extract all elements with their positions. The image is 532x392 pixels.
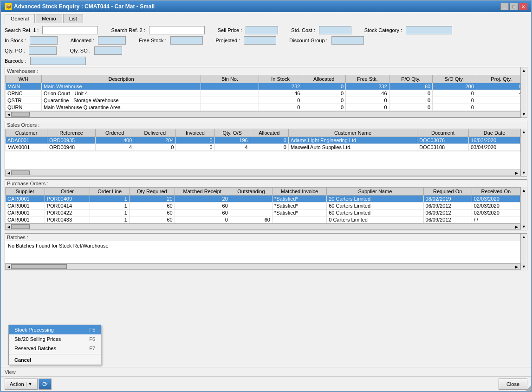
sell-price-input[interactable]: 12.00 bbox=[246, 26, 278, 34]
sell-price-label: Sell Price : bbox=[218, 27, 242, 33]
so-hscroll-right[interactable]: ► bbox=[514, 170, 519, 176]
warehouses-vscroll[interactable]: ▲ ▼ bbox=[520, 67, 527, 118]
title-bar-left: 📦 Advanced Stock Enquiry : CMAT044 - Car… bbox=[5, 3, 155, 10]
batches-hscroll-right[interactable]: ► bbox=[514, 264, 519, 269]
window-close-button[interactable]: ✕ bbox=[519, 3, 527, 10]
so-hscroll-left[interactable]: ◄ bbox=[6, 170, 11, 176]
desc-col-header: Description bbox=[41, 75, 201, 83]
maximize-button[interactable]: □ bbox=[510, 3, 518, 10]
table-row[interactable]: MAIN Main Warehouse 232 0 232 60 200 92 bbox=[6, 83, 527, 90]
batches-hscroll-thumb[interactable] bbox=[11, 264, 67, 269]
batches-vscroll-down[interactable]: ▼ bbox=[522, 264, 526, 269]
po-hscroll-right[interactable]: ► bbox=[514, 224, 519, 229]
freestk-col-header: Free Stk. bbox=[346, 75, 389, 83]
dropdown-item-stock-processing[interactable]: Stock Processing F5 bbox=[9, 325, 101, 334]
dropdown-item-label-selling-prices: Six/20 Selling Prices bbox=[14, 336, 61, 342]
form-row-4: Barcode : 5010000000201 bbox=[5, 57, 527, 65]
purchase-orders-hscroll[interactable]: ◄ ► bbox=[5, 223, 520, 230]
so-delivered-header: Delivered bbox=[134, 129, 176, 137]
tab-general[interactable]: General bbox=[5, 14, 35, 23]
so-vscroll-down[interactable]: ▼ bbox=[522, 170, 526, 175]
minimize-button[interactable]: _ bbox=[500, 3, 509, 10]
po-requiredon-header: Required On bbox=[423, 188, 472, 196]
soqty-col-header: S/O Qty. bbox=[433, 75, 476, 83]
bottom-bar: Action ▼ ⟳ Close bbox=[1, 376, 531, 391]
allocated-input[interactable]: 0 bbox=[98, 36, 126, 45]
stock-category-label: Stock Category : bbox=[364, 27, 402, 33]
vscroll-up-arrow[interactable]: ▲ bbox=[522, 68, 526, 73]
so-ref-header: Reference bbox=[47, 129, 96, 137]
po-matchedinvoice-header: Matched Invoice bbox=[272, 188, 327, 196]
tab-memo[interactable]: Memo bbox=[36, 14, 62, 23]
table-row[interactable]: CAR0001 POR00422 1 60 60 *Satisfied* 60 … bbox=[6, 209, 520, 216]
search-ref1-input[interactable] bbox=[42, 26, 98, 34]
tab-list[interactable]: List bbox=[63, 14, 83, 23]
batches-hscroll-left[interactable]: ◄ bbox=[6, 264, 11, 269]
po-vscroll-down[interactable]: ▼ bbox=[522, 224, 526, 229]
batches-vscroll[interactable]: ▲ ▼ bbox=[520, 234, 527, 270]
barcode-input[interactable]: 5010000000201 bbox=[30, 57, 86, 65]
po-receivedon-header: Received On bbox=[472, 188, 520, 196]
table-row[interactable]: ORNC Orion Court - Unit 4 46 0 46 0 0 46 bbox=[6, 90, 527, 97]
so-hscroll-thumb[interactable] bbox=[11, 170, 30, 175]
po-supplier-header: Supplier bbox=[6, 188, 45, 196]
sales-orders-empty-rows bbox=[5, 151, 520, 170]
purchase-orders-vscroll[interactable]: ▲ ▼ bbox=[520, 187, 527, 230]
main-window: 📦 Advanced Stock Enquiry : CMAT044 - Car… bbox=[0, 0, 532, 392]
po-outstanding-header: Outstanding bbox=[230, 188, 272, 196]
batches-hscroll[interactable]: ◄ ► bbox=[5, 263, 520, 270]
discount-group-input[interactable] bbox=[331, 36, 364, 45]
po-vscroll-up[interactable]: ▲ bbox=[522, 188, 526, 193]
dropdown-cancel-button[interactable]: Cancel bbox=[9, 355, 101, 365]
dropdown-item-label-reserved-batches: Reserved Batches bbox=[14, 346, 56, 351]
po-hscroll-thumb[interactable] bbox=[11, 224, 30, 229]
sales-orders-table-wrapper: Customer Reference Ordered Delivered Inv… bbox=[5, 129, 527, 176]
table-row[interactable]: ADA0001 ORD00935 400 204 0 196 0 Adams L… bbox=[6, 137, 520, 144]
so-customer-header: Customer bbox=[6, 129, 47, 137]
action-area: Action ▼ ⟳ bbox=[5, 379, 52, 390]
hscroll-left-arrow[interactable]: ◄ bbox=[6, 112, 11, 117]
so-ordered-header: Ordered bbox=[96, 129, 134, 137]
free-stock-input[interactable]: 278 bbox=[170, 36, 203, 45]
projqty-col-header: Proj. Qty. bbox=[476, 75, 526, 83]
dropdown-item-selling-prices[interactable]: Six/20 Selling Prices F6 bbox=[9, 334, 101, 344]
main-content: Search Ref. 1 : Search Ref. 2 : Sell Pri… bbox=[1, 23, 531, 276]
batches-vscroll-up[interactable]: ▲ bbox=[522, 235, 526, 239]
qty-so-input[interactable]: 200 bbox=[94, 46, 122, 55]
table-row[interactable]: QURN Main Warehouse Quarantine Area 0 0 … bbox=[6, 104, 527, 111]
qty-po-input[interactable]: 60 bbox=[29, 46, 57, 55]
action-icon-button[interactable]: ⟳ bbox=[39, 379, 52, 390]
close-button[interactable]: Close bbox=[499, 379, 527, 390]
dropdown-shortcut-reserved-batches: F7 bbox=[89, 346, 95, 351]
dropdown-shortcut-selling-prices: F6 bbox=[89, 336, 95, 342]
purchase-orders-section: Purchase Orders : Supplier Order Order L… bbox=[5, 179, 527, 230]
po-suppliername-header: Supplier Name bbox=[327, 188, 423, 196]
action-label: Action bbox=[10, 381, 24, 387]
projected-input[interactable]: 138 bbox=[244, 36, 276, 45]
qty-po-label: Qty. PO : bbox=[5, 48, 25, 53]
bin-col-header: Bin No. bbox=[201, 75, 259, 83]
po-hscroll-left[interactable]: ◄ bbox=[6, 224, 11, 229]
action-dropdown-arrow[interactable]: ▼ bbox=[26, 382, 32, 386]
table-row[interactable]: QSTR Quarantine - Storage Warehouse 0 0 … bbox=[6, 97, 527, 104]
so-custname-header: Customer Name bbox=[288, 129, 417, 137]
warehouses-hscroll[interactable]: ◄ ► bbox=[5, 111, 527, 118]
search-ref2-input[interactable] bbox=[149, 26, 205, 34]
table-row[interactable]: CAR0001 POR00409 1 20 20 *Satisfied* 20 … bbox=[6, 196, 520, 203]
hscroll-thumb[interactable] bbox=[11, 112, 30, 117]
dropdown-item-reserved-batches[interactable]: Reserved Batches F7 bbox=[9, 344, 101, 353]
action-button[interactable]: Action ▼ bbox=[5, 379, 38, 390]
table-row[interactable]: MAX0001 ORD00948 4 0 0 4 0 Maxwell Auto … bbox=[6, 144, 520, 151]
sales-orders-vscroll[interactable]: ▲ ▼ bbox=[520, 129, 527, 176]
stock-category-input[interactable]: Accessories bbox=[406, 26, 452, 34]
app-icon: 📦 bbox=[5, 3, 12, 10]
table-row[interactable]: CAR0001 POR00414 1 60 60 *Satisfied* 60 … bbox=[6, 203, 520, 209]
table-row[interactable]: CAR0001 POR00433 1 60 0 60 0 Carters Lim… bbox=[6, 216, 520, 223]
vscroll-down-arrow[interactable]: ▼ bbox=[522, 112, 526, 117]
in-stock-input[interactable]: 278 bbox=[30, 36, 58, 45]
resize-grip[interactable] bbox=[526, 385, 531, 391]
in-stock-label: In Stock : bbox=[5, 38, 26, 43]
sales-orders-hscroll[interactable]: ◄ ► bbox=[5, 170, 520, 176]
so-vscroll-up[interactable]: ▲ bbox=[522, 130, 526, 134]
std-cost-input[interactable]: 7.80 bbox=[319, 26, 351, 34]
